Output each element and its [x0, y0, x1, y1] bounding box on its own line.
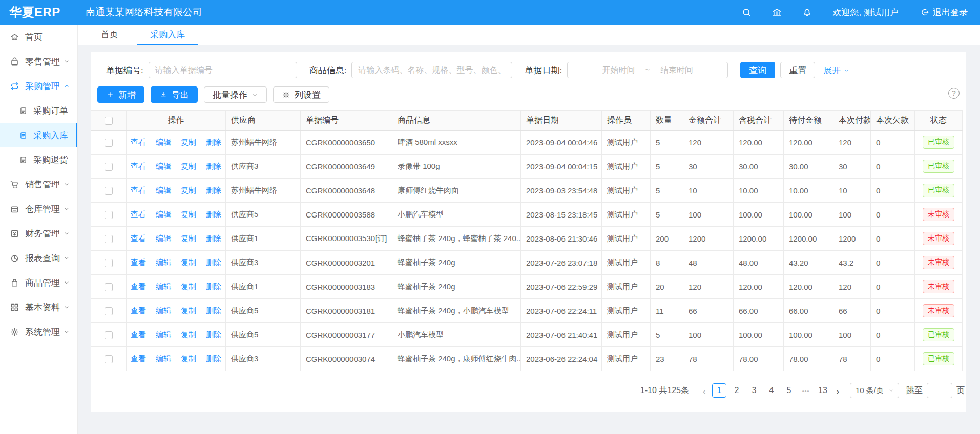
sidebar-item-warehouse[interactable]: 仓库管理	[0, 197, 77, 221]
help-icon[interactable]: ?	[948, 88, 960, 99]
reset-button[interactable]: 重置	[780, 62, 815, 78]
row-action-view[interactable]: 查看	[131, 258, 146, 267]
date-range-input[interactable]: 开始时间 ~ 结束时间	[567, 62, 728, 78]
row-action-view[interactable]: 查看	[131, 210, 146, 219]
sidebar-item-retail[interactable]: 零售管理	[0, 49, 77, 74]
search-icon[interactable]	[741, 7, 752, 18]
bell-icon[interactable]	[802, 7, 812, 18]
row-checkbox[interactable]	[105, 307, 113, 315]
page-button-3[interactable]: 3	[747, 383, 761, 398]
sidebar-item-purchase[interactable]: 采购管理	[0, 74, 77, 98]
sidebar-item-sales[interactable]: 销售管理	[0, 172, 77, 197]
row-action-edit[interactable]: 编辑	[156, 282, 171, 291]
sidebar-item-basicdata[interactable]: 基本资料	[0, 295, 77, 319]
row-action-copy[interactable]: 复制	[181, 282, 196, 291]
search-button[interactable]: 查询	[740, 62, 775, 78]
row-action-view[interactable]: 查看	[131, 354, 146, 363]
row-action-view[interactable]: 查看	[131, 138, 146, 146]
cell-operator: 测试用户	[602, 179, 651, 203]
row-action-delete[interactable]: 删除	[206, 138, 221, 146]
cell-amount: 100	[683, 203, 734, 227]
row-action-copy[interactable]: 复制	[181, 138, 196, 146]
row-action-copy[interactable]: 复制	[181, 210, 196, 219]
batch-actions-button[interactable]: 批量操作	[204, 86, 267, 103]
row-action-delete[interactable]: 删除	[206, 258, 221, 267]
row-action-edit[interactable]: 编辑	[156, 258, 171, 267]
row-action-copy[interactable]: 复制	[181, 354, 196, 363]
next-page-button[interactable]: ›	[831, 385, 844, 396]
page-size-select[interactable]: 10 条/页	[850, 383, 899, 398]
page-button-13[interactable]: 13	[816, 383, 830, 398]
tab-home[interactable]: 首页	[88, 25, 131, 45]
cell-debt: 0	[871, 251, 915, 275]
page-button-4[interactable]: 4	[764, 383, 779, 398]
sidebar-item-home[interactable]: 首页	[0, 25, 77, 49]
row-action-edit[interactable]: 编辑	[156, 210, 171, 219]
sidebar-item-goods[interactable]: 商品管理	[0, 270, 77, 295]
row-action-edit[interactable]: 编辑	[156, 354, 171, 363]
row-checkbox[interactable]	[105, 187, 113, 195]
row-checkbox[interactable]	[105, 163, 113, 171]
row-action-delete[interactable]: 删除	[206, 282, 221, 291]
row-action-copy[interactable]: 复制	[181, 258, 196, 267]
row-action-delete[interactable]: 删除	[206, 162, 221, 170]
expand-link[interactable]: 展开	[823, 64, 850, 76]
add-button[interactable]: 新增	[97, 86, 144, 103]
row-action-view[interactable]: 查看	[131, 282, 146, 291]
cell-due: 78.00	[784, 347, 833, 371]
row-checkbox[interactable]	[105, 211, 113, 219]
row-checkbox[interactable]	[105, 331, 113, 339]
row-action-edit[interactable]: 编辑	[156, 306, 171, 315]
row-action-copy[interactable]: 复制	[181, 186, 196, 194]
row-action-edit[interactable]: 编辑	[156, 330, 171, 339]
bill-no-input[interactable]	[149, 62, 297, 78]
warehouse-icon	[10, 204, 19, 214]
row-action-copy[interactable]: 复制	[181, 234, 196, 243]
column-settings-button[interactable]: 列设置	[273, 86, 329, 103]
row-action-delete[interactable]: 删除	[206, 330, 221, 339]
row-checkbox[interactable]	[105, 235, 113, 243]
row-checkbox[interactable]	[105, 355, 113, 363]
tab-purchase-inbound[interactable]: 采购入库	[137, 25, 198, 45]
bank-icon[interactable]	[772, 7, 782, 18]
page-button-5[interactable]: 5	[782, 383, 796, 398]
row-checkbox[interactable]	[105, 139, 113, 147]
sidebar-item-reports[interactable]: 报表查询	[0, 246, 77, 270]
row-action-view[interactable]: 查看	[131, 306, 146, 315]
jump-page-input[interactable]	[927, 383, 952, 398]
row-action-edit[interactable]: 编辑	[156, 186, 171, 194]
row-action-delete[interactable]: 删除	[206, 234, 221, 243]
export-button[interactable]: 导出	[151, 86, 198, 103]
row-action-delete[interactable]: 删除	[206, 186, 221, 194]
row-action-copy[interactable]: 复制	[181, 330, 196, 339]
filter-bill-no: 单据编号:	[106, 62, 297, 78]
sidebar-item-purchase-inbound[interactable]: 采购入库	[0, 123, 77, 147]
page-button-1[interactable]: 1	[712, 383, 726, 398]
select-all-checkbox[interactable]	[105, 117, 113, 125]
row-action-copy[interactable]: 复制	[181, 162, 196, 170]
row-action-view[interactable]: 查看	[131, 162, 146, 170]
material-input[interactable]	[351, 62, 512, 78]
row-action-edit[interactable]: 编辑	[156, 138, 171, 146]
row-action-delete[interactable]: 删除	[206, 210, 221, 219]
prev-page-button[interactable]: ‹	[698, 385, 711, 396]
row-action-edit[interactable]: 编辑	[156, 162, 171, 170]
sidebar-item-purchase-order[interactable]: 采购订单	[0, 98, 77, 123]
row-action-view[interactable]: 查看	[131, 186, 146, 194]
sidebar-item-finance[interactable]: 财务管理	[0, 221, 77, 246]
sidebar-item-purchase-return[interactable]: 采购退货	[0, 147, 77, 172]
row-action-edit[interactable]: 编辑	[156, 234, 171, 243]
row-checkbox[interactable]	[105, 259, 113, 267]
row-action-view[interactable]: 查看	[131, 234, 146, 243]
row-action-delete[interactable]: 删除	[206, 354, 221, 363]
row-action-delete[interactable]: 删除	[206, 306, 221, 315]
row-action-copy[interactable]: 复制	[181, 306, 196, 315]
column-header: 含税合计	[734, 111, 784, 131]
cell-supplier: 苏州蜗牛网络	[226, 131, 301, 155]
row-action-view[interactable]: 查看	[131, 330, 146, 339]
sidebar-item-system[interactable]: 系统管理	[0, 319, 77, 344]
logout-button[interactable]: 退出登录	[920, 7, 968, 18]
cell-goods: 蜂蜜柚子茶 240g	[392, 251, 521, 275]
row-checkbox[interactable]	[105, 283, 113, 291]
page-button-2[interactable]: 2	[729, 383, 744, 398]
